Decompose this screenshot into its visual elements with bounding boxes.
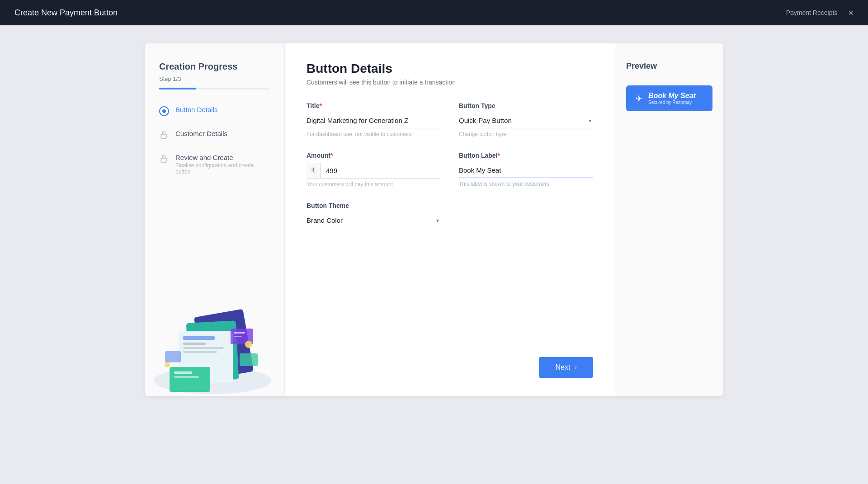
page-wrapper: Creation Progress Step 1/3 Button Detail… bbox=[0, 25, 868, 414]
app-header: Create New Payment Button Payment Receip… bbox=[0, 0, 868, 25]
preview-title: Preview bbox=[626, 61, 657, 71]
button-label-label: Button Label* bbox=[459, 152, 593, 159]
form-group-title: Title* For dashboard use, not visible to… bbox=[307, 102, 441, 137]
button-type-select-wrapper: Quick-Pay Button Subscription Button Don… bbox=[459, 113, 593, 128]
lock-icon-customer bbox=[159, 130, 168, 139]
svg-rect-9 bbox=[183, 347, 224, 349]
card-container: Creation Progress Step 1/3 Button Detail… bbox=[145, 43, 723, 396]
sidebar: Creation Progress Step 1/3 Button Detail… bbox=[145, 43, 285, 396]
illustration bbox=[145, 286, 284, 396]
preview-button-label: Book My Seat bbox=[648, 92, 696, 100]
preview-button-text: Book My Seat Secured by Razorpay bbox=[648, 92, 696, 105]
chevron-right-icon: › bbox=[575, 364, 577, 371]
preview-button-icon: ✈ bbox=[635, 93, 643, 104]
svg-rect-8 bbox=[183, 343, 206, 345]
theme-label: Button Theme bbox=[307, 202, 441, 209]
button-type-hint: Change button type bbox=[459, 131, 593, 137]
amount-prefix: ₹ bbox=[307, 163, 321, 178]
empty-col bbox=[459, 202, 593, 228]
svg-rect-16 bbox=[234, 336, 242, 337]
svg-rect-18 bbox=[240, 353, 258, 366]
button-type-select[interactable]: Quick-Pay Button Subscription Button Don… bbox=[459, 113, 593, 128]
theme-select[interactable]: Brand Color Light Dark bbox=[307, 213, 441, 228]
step-label: Step 1/3 bbox=[159, 75, 270, 82]
preview-payment-button[interactable]: ✈ Book My Seat Secured by Razorpay bbox=[626, 85, 712, 111]
step-icon-button-details bbox=[159, 106, 170, 117]
progress-bar-fill bbox=[159, 88, 196, 89]
title-label: Title* bbox=[307, 102, 441, 109]
svg-rect-17 bbox=[165, 351, 181, 362]
step-name-button-details: Button Details bbox=[175, 106, 217, 113]
form-row-1: Title* For dashboard use, not visible to… bbox=[307, 102, 593, 137]
main-content: Button Details Customers will see this b… bbox=[285, 43, 615, 396]
step-name-customer-details: Customer Details bbox=[175, 130, 227, 137]
step-text-review-create: Review and Create Finalise configuration… bbox=[175, 154, 270, 175]
page-title: Create New Payment Button bbox=[14, 8, 118, 18]
svg-rect-1 bbox=[161, 134, 166, 138]
svg-rect-10 bbox=[183, 351, 217, 353]
title-input[interactable] bbox=[307, 113, 441, 128]
section-title: Button Details bbox=[307, 61, 593, 76]
header-right: Payment Receipts × bbox=[786, 8, 854, 17]
svg-rect-13 bbox=[174, 376, 199, 378]
sidebar-title: Creation Progress bbox=[159, 61, 270, 72]
step-item-button-details[interactable]: Button Details bbox=[159, 106, 270, 117]
form-group-amount: Amount* ₹ Your customers will pay this a… bbox=[307, 152, 441, 188]
step-item-review-create: Review and Create Finalise configuration… bbox=[159, 154, 270, 175]
button-label-input[interactable] bbox=[459, 163, 593, 178]
form-group-button-label: Button Label* This label is shown to you… bbox=[459, 152, 593, 188]
bottom-nav: Next › bbox=[307, 346, 593, 378]
close-icon[interactable]: × bbox=[848, 8, 854, 17]
step-item-customer-details: Customer Details bbox=[159, 130, 270, 141]
step-sub-review-create: Finalise configuration and create button bbox=[175, 162, 270, 175]
form-row-2: Amount* ₹ Your customers will pay this a… bbox=[307, 152, 593, 188]
amount-input-wrapper: ₹ bbox=[307, 163, 441, 179]
svg-rect-12 bbox=[174, 371, 192, 374]
step-text-button-details: Button Details bbox=[175, 106, 217, 113]
progress-bar-container bbox=[159, 88, 270, 89]
amount-label: Amount* bbox=[307, 152, 441, 159]
lock-icon-review bbox=[159, 154, 168, 163]
amount-input[interactable] bbox=[326, 163, 441, 178]
svg-point-0 bbox=[162, 109, 166, 113]
step-name-review-create: Review and Create bbox=[175, 154, 270, 161]
step-circle-active bbox=[159, 106, 169, 116]
amount-hint: Your customers will pay this amount bbox=[307, 181, 441, 188]
svg-rect-11 bbox=[170, 367, 210, 392]
illustration-svg bbox=[145, 286, 285, 396]
title-hint: For dashboard use, not visible to custom… bbox=[307, 131, 441, 137]
step-text-customer-details: Customer Details bbox=[175, 130, 227, 137]
next-button[interactable]: Next › bbox=[539, 357, 593, 378]
preview-button-sub: Secured by Razorpay bbox=[648, 100, 696, 105]
form-row-3: Button Theme Brand Color Light Dark ▾ bbox=[307, 202, 593, 228]
svg-rect-15 bbox=[234, 332, 245, 334]
payment-receipts-link[interactable]: Payment Receipts bbox=[786, 9, 838, 16]
button-label-hint: This label is shown to your customers bbox=[459, 181, 593, 187]
form-group-theme: Button Theme Brand Color Light Dark ▾ bbox=[307, 202, 441, 228]
button-type-label: Button Type bbox=[459, 102, 593, 109]
svg-rect-2 bbox=[161, 158, 166, 162]
theme-select-wrapper: Brand Color Light Dark ▾ bbox=[307, 213, 441, 228]
svg-point-20 bbox=[165, 362, 170, 367]
form-group-button-type: Button Type Quick-Pay Button Subscriptio… bbox=[459, 102, 593, 137]
preview-panel: Preview ✈ Book My Seat Secured by Razorp… bbox=[615, 43, 723, 396]
svg-rect-7 bbox=[183, 336, 215, 340]
step-icon-customer-details bbox=[159, 130, 170, 141]
step-icon-review-create bbox=[159, 154, 170, 165]
section-subtitle: Customers will see this button to initia… bbox=[307, 79, 593, 86]
svg-point-19 bbox=[245, 341, 252, 348]
